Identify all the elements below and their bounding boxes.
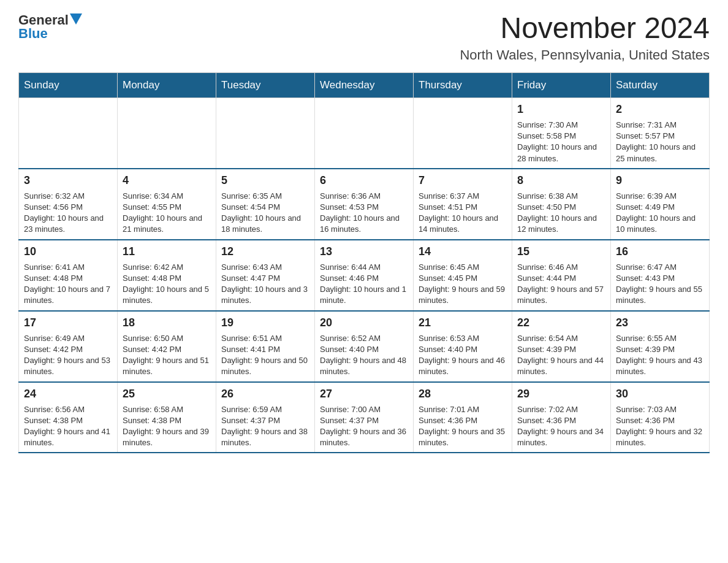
calendar-week-row: 3Sunrise: 6:32 AMSunset: 4:56 PMDaylight…: [19, 169, 710, 240]
day-number: 2: [616, 102, 704, 117]
day-info-text: Sunrise: 6:51 AM: [221, 333, 309, 344]
day-number: 26: [221, 386, 309, 402]
day-info-text: Sunrise: 7:02 AM: [517, 404, 605, 415]
day-info-text: Daylight: 10 hours and 16 minutes.: [320, 213, 408, 235]
day-info-text: Daylight: 9 hours and 32 minutes.: [616, 426, 704, 448]
day-info-text: Sunset: 4:54 PM: [221, 202, 309, 213]
calendar-cell: 23Sunrise: 6:55 AMSunset: 4:39 PMDayligh…: [611, 311, 710, 382]
day-info-text: Daylight: 9 hours and 48 minutes.: [320, 355, 408, 377]
day-info-text: Daylight: 9 hours and 43 minutes.: [616, 355, 704, 377]
day-number: 21: [419, 315, 507, 331]
logo-blue-text: Blue: [18, 26, 48, 42]
calendar-week-row: 24Sunrise: 6:56 AMSunset: 4:38 PMDayligh…: [19, 382, 710, 453]
day-number: 30: [616, 386, 704, 402]
day-info-text: Sunset: 4:42 PM: [123, 344, 211, 355]
location-subtitle: North Wales, Pennsylvania, United States: [460, 47, 710, 63]
day-number: 25: [123, 386, 211, 402]
day-info-text: Sunrise: 6:36 AM: [320, 191, 408, 202]
day-info-text: Daylight: 9 hours and 51 minutes.: [123, 355, 211, 377]
day-number: 11: [123, 244, 211, 259]
day-number: 1: [517, 102, 605, 117]
day-info-text: Sunset: 4:40 PM: [419, 344, 507, 355]
day-info-text: Sunrise: 6:45 AM: [419, 262, 507, 273]
page-header: General Blue November 2024 North Wales, …: [18, 12, 710, 63]
day-info-text: Daylight: 10 hours and 14 minutes.: [419, 213, 507, 235]
calendar-cell: 21Sunrise: 6:53 AMSunset: 4:40 PMDayligh…: [414, 311, 512, 382]
day-number: 4: [123, 173, 211, 188]
day-info-text: Daylight: 9 hours and 35 minutes.: [419, 426, 507, 448]
day-info-text: Sunset: 4:37 PM: [221, 415, 309, 426]
day-info-text: Sunrise: 6:54 AM: [517, 333, 605, 344]
day-info-text: Sunrise: 7:00 AM: [320, 404, 408, 415]
day-number: 17: [24, 315, 112, 331]
day-number: 22: [517, 315, 605, 331]
day-info-text: Sunrise: 6:49 AM: [24, 333, 112, 344]
day-info-text: Sunrise: 6:43 AM: [221, 262, 309, 273]
day-info-text: Sunset: 4:40 PM: [320, 344, 408, 355]
day-info-text: Sunset: 4:49 PM: [616, 202, 704, 213]
day-info-text: Sunset: 4:37 PM: [320, 415, 408, 426]
day-info-text: Sunset: 4:38 PM: [24, 415, 112, 426]
day-info-text: Sunset: 4:56 PM: [24, 202, 112, 213]
calendar-cell: [216, 98, 315, 168]
day-number: 12: [221, 244, 309, 259]
day-info-text: Sunrise: 6:46 AM: [517, 262, 605, 273]
day-info-text: Daylight: 9 hours and 50 minutes.: [221, 355, 309, 377]
calendar-header: SundayMondayTuesdayWednesdayThursdayFrid…: [19, 72, 710, 98]
day-info-text: Sunrise: 6:59 AM: [221, 404, 309, 415]
day-number: 19: [221, 315, 309, 331]
calendar-cell: [19, 98, 118, 168]
day-info-text: Sunset: 4:44 PM: [517, 273, 605, 284]
calendar-cell: 12Sunrise: 6:43 AMSunset: 4:47 PMDayligh…: [216, 240, 315, 311]
day-info-text: Sunset: 4:39 PM: [517, 344, 605, 355]
calendar-week-row: 17Sunrise: 6:49 AMSunset: 4:42 PMDayligh…: [19, 311, 710, 382]
calendar-cell: 9Sunrise: 6:39 AMSunset: 4:49 PMDaylight…: [611, 169, 710, 240]
day-info-text: Sunrise: 7:03 AM: [616, 404, 704, 415]
day-number: 10: [24, 244, 112, 259]
calendar-cell: 28Sunrise: 7:01 AMSunset: 4:36 PMDayligh…: [414, 382, 512, 453]
calendar-cell: [118, 98, 216, 168]
calendar-cell: 13Sunrise: 6:44 AMSunset: 4:46 PMDayligh…: [315, 240, 414, 311]
weekday-header-monday: Monday: [118, 72, 216, 98]
calendar-cell: 18Sunrise: 6:50 AMSunset: 4:42 PMDayligh…: [118, 311, 216, 382]
day-info-text: Daylight: 9 hours and 41 minutes.: [24, 426, 112, 448]
day-info-text: Daylight: 9 hours and 53 minutes.: [24, 355, 112, 377]
day-info-text: Sunrise: 6:34 AM: [123, 191, 211, 202]
day-info-text: Daylight: 9 hours and 55 minutes.: [616, 284, 704, 306]
day-number: 29: [517, 386, 605, 402]
calendar-cell: 11Sunrise: 6:42 AMSunset: 4:48 PMDayligh…: [118, 240, 216, 311]
day-info-text: Sunrise: 6:58 AM: [123, 404, 211, 415]
day-info-text: Sunset: 4:45 PM: [419, 273, 507, 284]
calendar-cell: 17Sunrise: 6:49 AMSunset: 4:42 PMDayligh…: [19, 311, 118, 382]
day-info-text: Sunset: 4:36 PM: [616, 415, 704, 426]
day-info-text: Sunset: 4:42 PM: [24, 344, 112, 355]
calendar-cell: 16Sunrise: 6:47 AMSunset: 4:43 PMDayligh…: [611, 240, 710, 311]
day-info-text: Daylight: 10 hours and 5 minutes.: [123, 284, 211, 306]
day-info-text: Sunrise: 7:30 AM: [517, 120, 605, 131]
calendar-cell: 4Sunrise: 6:34 AMSunset: 4:55 PMDaylight…: [118, 169, 216, 240]
day-info-text: Sunrise: 6:44 AM: [320, 262, 408, 273]
calendar-cell: 22Sunrise: 6:54 AMSunset: 4:39 PMDayligh…: [512, 311, 611, 382]
weekday-header-thursday: Thursday: [414, 72, 512, 98]
day-info-text: Sunset: 4:47 PM: [221, 273, 309, 284]
day-info-text: Daylight: 9 hours and 57 minutes.: [517, 284, 605, 306]
day-info-text: Sunrise: 6:32 AM: [24, 191, 112, 202]
day-info-text: Daylight: 10 hours and 7 minutes.: [24, 284, 112, 306]
weekday-header-row: SundayMondayTuesdayWednesdayThursdayFrid…: [19, 72, 710, 98]
day-number: 15: [517, 244, 605, 259]
day-info-text: Sunrise: 6:35 AM: [221, 191, 309, 202]
calendar-cell: 27Sunrise: 7:00 AMSunset: 4:37 PMDayligh…: [315, 382, 414, 453]
day-info-text: Sunrise: 6:37 AM: [419, 191, 507, 202]
day-info-text: Sunrise: 7:01 AM: [419, 404, 507, 415]
day-info-text: Sunset: 4:53 PM: [320, 202, 408, 213]
day-info-text: Sunset: 5:57 PM: [616, 131, 704, 142]
day-info-text: Daylight: 9 hours and 38 minutes.: [221, 426, 309, 448]
logo: General Blue: [18, 12, 82, 42]
calendar-week-row: 1Sunrise: 7:30 AMSunset: 5:58 PMDaylight…: [19, 98, 710, 168]
day-info-text: Sunrise: 6:47 AM: [616, 262, 704, 273]
calendar-cell: 30Sunrise: 7:03 AMSunset: 4:36 PMDayligh…: [611, 382, 710, 453]
day-info-text: Daylight: 9 hours and 36 minutes.: [320, 426, 408, 448]
calendar-cell: 10Sunrise: 6:41 AMSunset: 4:48 PMDayligh…: [19, 240, 118, 311]
day-number: 7: [419, 173, 507, 188]
calendar-cell: 29Sunrise: 7:02 AMSunset: 4:36 PMDayligh…: [512, 382, 611, 453]
